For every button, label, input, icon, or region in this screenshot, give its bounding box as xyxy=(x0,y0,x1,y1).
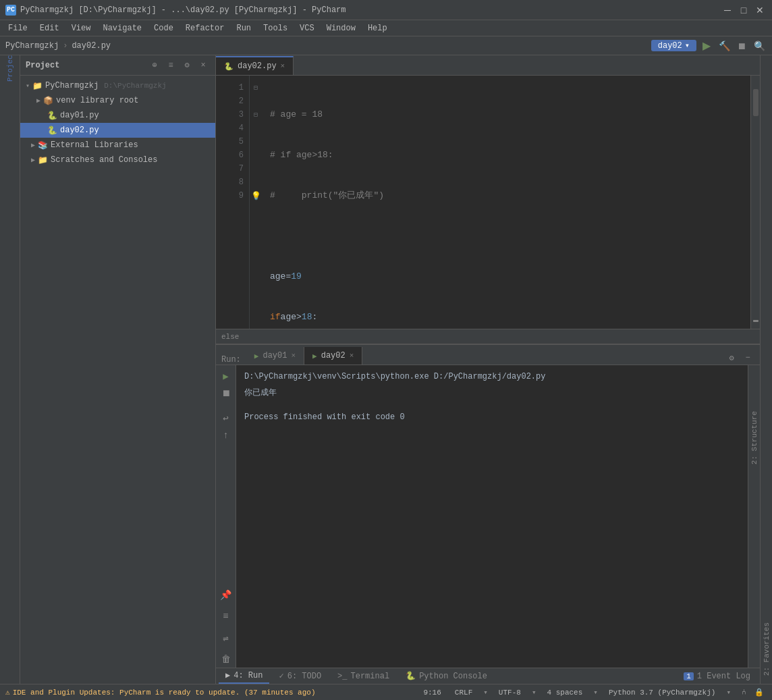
status-warning-text[interactable]: IDE and Plugin Updates: PyCharm is ready… xyxy=(13,689,316,697)
console-toolbar: ⚙ − xyxy=(362,351,760,365)
maximize-button[interactable]: □ xyxy=(737,3,750,17)
tab-day02-label: day02.py xyxy=(238,61,277,71)
tab-terminal[interactable]: >_ Terminal xyxy=(331,669,396,684)
ext-libs-arrow-icon: ▶ xyxy=(31,141,35,149)
tab-todo[interactable]: ✓ 6: TODO xyxy=(272,669,328,684)
day01-tab-close[interactable]: × xyxy=(291,352,296,360)
console-settings-icon[interactable]: ⚙ xyxy=(725,351,738,365)
build-button[interactable]: 🔨 xyxy=(717,38,732,53)
code-line-4 xyxy=(270,230,745,243)
tree-day01[interactable]: 🐍 day01.py xyxy=(20,108,215,123)
scroll-thumb[interactable] xyxy=(753,89,759,116)
tree-root[interactable]: ▾ 📁 PyCharmgzkj D:\PyCharmgzkj xyxy=(20,78,215,93)
status-right: 9:16 CRLF ▾ UTF-8 ▾ 4 spaces ▾ Python 3.… xyxy=(420,688,767,697)
console-minimize-icon[interactable]: − xyxy=(741,351,754,365)
todo-tab-icon: ✓ xyxy=(279,671,283,681)
search-button[interactable]: 🔍 xyxy=(752,38,767,53)
menu-tools[interactable]: Tools xyxy=(258,22,293,34)
code-editor[interactable]: 1 2 3 4 5 6 7 8 9 ⊟ ⊟ xyxy=(216,76,760,329)
tree-scratches[interactable]: ▶ 📁 Scratches and Consoles xyxy=(20,153,215,167)
project-icon[interactable]: Project xyxy=(2,58,18,74)
menu-edit[interactable]: Edit xyxy=(34,22,65,34)
dropdown-arrow-icon: ▾ xyxy=(685,41,690,51)
fold-3[interactable]: ⊟ xyxy=(250,108,262,122)
editor-and-console: 🐍 day02.py × 1 2 3 4 5 6 xyxy=(216,55,760,684)
console-stop-icon[interactable]: ⏹ xyxy=(218,385,234,402)
indent[interactable]: 4 spaces xyxy=(545,689,586,697)
breadcrumb-root[interactable]: PyCharmgzkj xyxy=(5,41,59,51)
menu-file[interactable]: File xyxy=(3,22,33,34)
git-icon[interactable]: ⑃ xyxy=(739,689,749,697)
scratches-label: Scratches and Consoles xyxy=(51,155,157,165)
structure-panel: 2: Structure xyxy=(748,365,760,668)
event-log-label: 1 Event Log xyxy=(697,672,750,681)
add-content-icon[interactable]: ⊕ xyxy=(148,59,161,72)
menu-window[interactable]: Window xyxy=(321,22,361,34)
menu-vcs[interactable]: VCS xyxy=(294,22,320,34)
root-name: PyCharmgzkj xyxy=(45,81,99,90)
console-pin-icon[interactable]: 📌 xyxy=(218,587,234,603)
console-scroll-up-icon[interactable]: ↑ xyxy=(218,427,234,443)
menu-navigate[interactable]: Navigate xyxy=(97,22,147,34)
menu-run[interactable]: Run xyxy=(231,22,256,34)
console-run-icon[interactable]: ▶ xyxy=(218,368,234,384)
code-content[interactable]: # age = 18 # if age>18: # print("你已成年") … xyxy=(262,76,750,329)
line-sep-arrow: ▾ xyxy=(483,688,488,697)
menu-refactor[interactable]: Refactor xyxy=(180,22,230,34)
console-tabs: Run: ▶ day01 × ▶ day02 × ⚙ − xyxy=(216,345,760,365)
side-tab-bar: 2: Favorites xyxy=(760,55,772,684)
day02-tab-close[interactable]: × xyxy=(350,352,354,360)
todo-tab-label: 6: TODO xyxy=(287,672,321,681)
fold-1[interactable]: ⊟ xyxy=(250,81,262,95)
project-tab-bar: PyCharmgzkj › day02.py day02 ▾ ▶ 🔨 ⏹ 🔍 xyxy=(0,36,772,55)
day02-label: day02.py xyxy=(60,126,99,135)
lightbulb-icon: 💡 xyxy=(250,189,262,203)
breadcrumb-file[interactable]: day02.py xyxy=(72,41,111,51)
tree-ext-libs[interactable]: ▶ 📚 External Libraries xyxy=(20,138,215,153)
tab-run[interactable]: ▶ 4: Run xyxy=(219,669,269,684)
settings-icon[interactable]: ⚙ xyxy=(180,59,194,72)
favorites-label[interactable]: 2: Favorites xyxy=(760,620,773,678)
warning-icon: ⚠ xyxy=(5,688,10,697)
menu-view[interactable]: View xyxy=(66,22,96,34)
stop-button[interactable]: ⏹ xyxy=(734,38,749,53)
tab-event-log[interactable]: 1 1 Event Log xyxy=(677,669,757,684)
console-align-icon[interactable]: ⇌ xyxy=(218,630,234,646)
console-area: Run: ▶ day01 × ▶ day02 × ⚙ − xyxy=(216,344,760,668)
console-tab-day01[interactable]: ▶ day01 × xyxy=(246,347,304,365)
lock-icon[interactable]: 🔒 xyxy=(752,688,767,697)
cursor-position[interactable]: 9:16 xyxy=(420,689,443,697)
editor-section: 🐍 day02.py × 1 2 3 4 5 6 xyxy=(216,55,760,344)
console-tab-day02[interactable]: ▶ day02 × xyxy=(304,347,362,365)
project-panel-title: Project xyxy=(26,61,145,70)
console-rerun-icon[interactable]: ↩ xyxy=(218,410,234,426)
venv-label: venv library root xyxy=(56,96,138,105)
indent-arrow: ▾ xyxy=(593,688,598,697)
close-button[interactable]: ✕ xyxy=(753,3,767,17)
tree-venv[interactable]: ▶ 📦 venv library root xyxy=(20,93,215,108)
run-button[interactable]: ▶ xyxy=(699,38,714,53)
python-version[interactable]: Python 3.7 (PyCharmgzkj) xyxy=(606,689,718,697)
console-wrap-icon[interactable]: ≡ xyxy=(218,608,234,624)
tree-day02[interactable]: 🐍 day02.py xyxy=(20,123,215,138)
console-tab-day01-label: day01 xyxy=(263,351,287,360)
run-config-dropdown[interactable]: day02 ▾ xyxy=(651,40,696,51)
tab-close-icon[interactable]: × xyxy=(281,62,285,70)
day02-run-icon: ▶ xyxy=(312,352,317,360)
terminal-tab-icon: >_ xyxy=(337,672,347,681)
tab-python-console[interactable]: 🐍 Python Console xyxy=(399,669,494,684)
menu-help[interactable]: Help xyxy=(362,22,393,34)
console-path: D:\PyCharmgzkj\venv\Scripts\python.exe D… xyxy=(244,371,740,383)
minimize-button[interactable]: ─ xyxy=(721,3,734,17)
console-content: D:\PyCharmgzkj\venv\Scripts\python.exe D… xyxy=(236,365,748,668)
menu-code[interactable]: Code xyxy=(148,22,179,34)
console-clear-icon[interactable]: 🗑 xyxy=(218,651,234,668)
line-separator[interactable]: CRLF xyxy=(452,689,475,697)
collapse-all-icon[interactable]: ≡ xyxy=(164,59,177,72)
close-panel-icon[interactable]: × xyxy=(196,59,210,72)
tab-day02[interactable]: 🐍 day02.py × xyxy=(216,56,294,75)
fold-gutter: ⊟ ⊟ 💡 xyxy=(250,76,262,329)
editor-tabs: 🐍 day02.py × xyxy=(216,55,760,76)
encoding[interactable]: UTF-8 xyxy=(496,689,524,697)
structure-label[interactable]: 2: Structure xyxy=(749,406,760,470)
